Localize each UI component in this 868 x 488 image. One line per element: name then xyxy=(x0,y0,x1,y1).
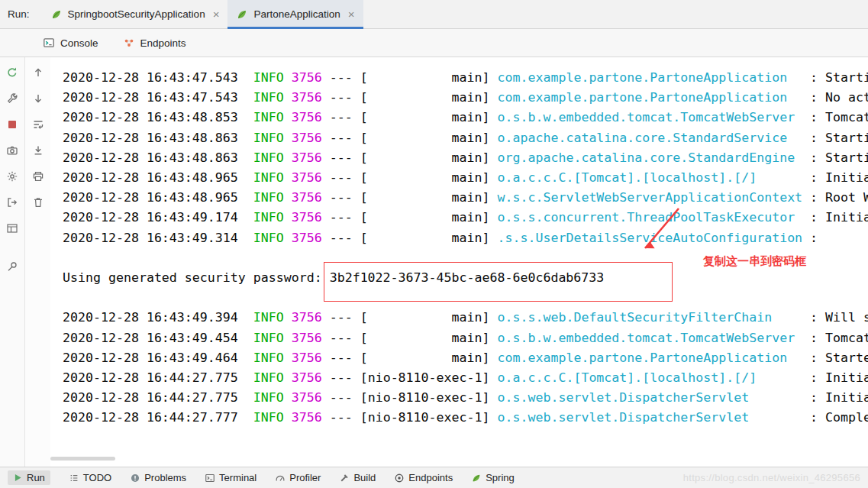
console-output[interactable]: 2020-12-28 16:43:47.543 INFO 3756 --- [ … xyxy=(50,57,868,467)
run-tab-label: PartoneApplication xyxy=(253,8,340,20)
log-line: 2020-12-28 16:43:49.394 INFO 3756 --- [ … xyxy=(63,308,868,328)
spring-leaf-icon xyxy=(471,473,482,483)
annotation-text: 复制这一串到密码框 xyxy=(703,254,806,269)
log-line: 2020-12-28 16:43:48.853 INFO 3756 --- [ … xyxy=(63,108,868,128)
watermark: https://blog.csdn.net/weixin_46295656 xyxy=(683,472,860,483)
log-line: 2020-12-28 16:43:48.965 INFO 3756 --- [ … xyxy=(63,168,868,188)
statusbar-item-problems[interactable]: Problems xyxy=(130,472,186,483)
log-line: 2020-12-28 16:44:27.777 INFO 3756 --- [n… xyxy=(63,408,868,428)
terminal-icon xyxy=(205,473,215,483)
run-label: Run: xyxy=(0,0,42,28)
log-line: 2020-12-28 16:44:27.775 INFO 3756 --- [n… xyxy=(63,388,868,408)
endpoints-dots-icon xyxy=(123,37,135,49)
rerun-button[interactable] xyxy=(2,63,22,82)
spring-boot-icon xyxy=(50,8,63,21)
todo-icon xyxy=(69,473,79,483)
statusbar-label: Run xyxy=(27,472,45,483)
console-view-bar: Console Endpoints xyxy=(0,29,868,57)
horizontal-scrollbar[interactable] xyxy=(50,457,115,461)
log-line: 2020-12-28 16:43:49.454 INFO 3756 --- [ … xyxy=(63,328,868,348)
console-icon xyxy=(43,37,55,49)
exit-icon[interactable] xyxy=(2,193,22,212)
console-actions-toolbar xyxy=(25,57,50,467)
run-tab-springboot-security[interactable]: SpringbootSecurityApplication × xyxy=(42,0,228,28)
log-line xyxy=(63,288,868,308)
close-tab-icon[interactable]: × xyxy=(348,8,355,20)
camera-icon[interactable] xyxy=(2,141,22,160)
scroll-to-end-icon[interactable] xyxy=(28,141,48,160)
wrench-icon[interactable] xyxy=(2,89,22,108)
run-icon xyxy=(13,473,23,483)
log-line: 2020-12-28 16:43:48.863 INFO 3756 --- [ … xyxy=(63,148,868,168)
statusbar-item-profiler[interactable]: Profiler xyxy=(275,472,321,483)
log-line: 2020-12-28 16:43:47.543 INFO 3756 --- [ … xyxy=(63,88,868,108)
statusbar-item-todo[interactable]: TODO xyxy=(69,472,111,483)
log-line: 2020-12-28 16:43:49.174 INFO 3756 --- [ … xyxy=(63,208,868,228)
build-hammer-icon xyxy=(339,473,350,483)
arrow-down-icon[interactable] xyxy=(28,89,48,108)
pin-icon[interactable] xyxy=(2,257,22,276)
statusbar-label: Profiler xyxy=(289,472,321,483)
trash-icon[interactable] xyxy=(28,193,48,212)
log-line: 2020-12-28 16:43:47.543 INFO 3756 --- [ … xyxy=(63,68,868,88)
gear-icon[interactable] xyxy=(2,167,22,186)
restore-layout-icon[interactable] xyxy=(2,219,22,238)
statusbar-label: Problems xyxy=(144,472,186,483)
statusbar-label: Spring xyxy=(486,472,515,483)
statusbar-label: Build xyxy=(353,472,376,483)
close-tab-icon[interactable]: × xyxy=(213,8,220,20)
tab-endpoints[interactable]: Endpoints xyxy=(123,37,186,49)
run-actions-toolbar xyxy=(0,57,25,467)
spring-boot-icon xyxy=(236,8,248,21)
statusbar-item-endpoints[interactable]: Endpoints xyxy=(394,472,453,483)
endpoints-icon xyxy=(394,473,405,483)
statusbar-item-terminal[interactable]: Terminal xyxy=(205,472,257,483)
arrow-up-icon[interactable] xyxy=(28,63,48,82)
printer-icon[interactable] xyxy=(28,167,48,186)
statusbar-item-spring[interactable]: Spring xyxy=(471,472,515,483)
tab-endpoints-label: Endpoints xyxy=(140,37,186,49)
soft-wrap-icon[interactable] xyxy=(28,115,48,134)
profiler-icon xyxy=(275,473,286,483)
log-line: 2020-12-28 16:43:49.314 INFO 3756 --- [ … xyxy=(63,228,868,248)
tab-console[interactable]: Console xyxy=(43,37,98,49)
statusbar-item-build[interactable]: Build xyxy=(339,472,376,483)
log-line: 2020-12-28 16:43:49.464 INFO 3756 --- [ … xyxy=(63,348,868,368)
stop-button[interactable] xyxy=(2,115,22,134)
run-tool-window-bar: Run: SpringbootSecurityApplication × Par… xyxy=(0,0,868,29)
problems-icon xyxy=(130,473,140,483)
password-line: Using generated security password: 3b2f1… xyxy=(63,268,868,288)
log-line: 2020-12-28 16:43:48.863 INFO 3756 --- [ … xyxy=(63,128,868,148)
generated-password: 3b2f1022-3673-45bc-ae68-6e0c6dab6733 xyxy=(330,270,605,285)
statusbar-label: Endpoints xyxy=(408,472,453,483)
statusbar-item-run[interactable]: Run xyxy=(8,470,50,485)
statusbar-label: TODO xyxy=(83,472,111,483)
run-tab-partone[interactable]: PartoneApplication × xyxy=(227,0,363,28)
statusbar-label: Terminal xyxy=(219,472,257,483)
run-window-content: 2020-12-28 16:43:47.543 INFO 3756 --- [ … xyxy=(0,57,868,467)
run-tab-label: SpringbootSecurityApplication xyxy=(68,8,205,20)
console-log: 2020-12-28 16:43:47.543 INFO 3756 --- [ … xyxy=(50,57,868,428)
tab-console-label: Console xyxy=(60,37,98,49)
log-line: 2020-12-28 16:44:27.775 INFO 3756 --- [n… xyxy=(63,368,868,388)
log-line: 2020-12-28 16:43:48.965 INFO 3756 --- [ … xyxy=(63,188,868,208)
